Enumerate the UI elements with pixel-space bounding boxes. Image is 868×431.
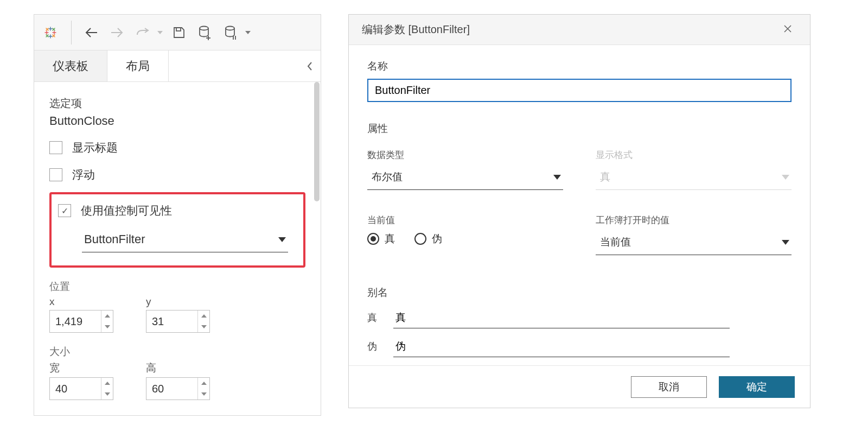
- floating-checkbox[interactable]: [49, 168, 62, 181]
- redo-button[interactable]: [107, 23, 127, 42]
- properties-label: 属性: [367, 122, 792, 136]
- floating-checkbox-row[interactable]: 浮动: [49, 167, 305, 182]
- size-label: 大小: [49, 345, 305, 359]
- scrollbar[interactable]: [314, 82, 320, 415]
- x-label: x: [49, 296, 113, 308]
- position-label: 位置: [49, 280, 305, 294]
- y-input[interactable]: 31: [146, 310, 210, 333]
- layout-panel: 仪表板 布局 选定项 ButtonClose 显示标题 浮动: [34, 14, 321, 416]
- control-visibility-label: 使用值控制可见性: [81, 203, 172, 218]
- cancel-button[interactable]: 取消: [631, 376, 707, 398]
- selected-item-name: ButtonClose: [49, 114, 305, 128]
- revert-dropdown-icon[interactable]: [157, 31, 163, 34]
- w-step-up[interactable]: [101, 378, 113, 389]
- h-value: 60: [146, 378, 197, 400]
- svg-rect-18: [176, 28, 181, 31]
- radio-icon: [414, 233, 426, 245]
- collapse-panel-button[interactable]: [299, 50, 321, 81]
- w-input[interactable]: 40: [49, 377, 113, 400]
- alias-false-input[interactable]: [393, 338, 730, 357]
- show-title-label: 显示标题: [72, 140, 118, 155]
- y-value: 31: [146, 310, 197, 332]
- y-step-down[interactable]: [198, 321, 209, 332]
- alias-true-input[interactable]: [393, 309, 730, 328]
- y-label: y: [146, 296, 210, 308]
- tableau-logo-icon[interactable]: [43, 25, 58, 40]
- pause-datasource-button[interactable]: [221, 23, 241, 42]
- save-button[interactable]: [169, 23, 189, 42]
- dialog-header: 编辑参数 [ButtonFilter]: [349, 15, 810, 45]
- floating-label: 浮动: [72, 167, 95, 182]
- selected-item-label: 选定项: [49, 96, 305, 111]
- w-label: 宽: [49, 361, 113, 375]
- datatype-select[interactable]: 布尔值: [367, 167, 563, 190]
- control-visibility-row[interactable]: 使用值控制可见性: [58, 203, 292, 218]
- h-step-up[interactable]: [198, 378, 209, 389]
- h-input[interactable]: 60: [146, 377, 210, 400]
- open-value-select[interactable]: 当前值: [596, 232, 792, 255]
- datasource-dropdown-icon[interactable]: [245, 31, 251, 34]
- visibility-param-dropdown[interactable]: ButtonFilter: [82, 229, 288, 252]
- name-input[interactable]: [367, 79, 792, 102]
- main-toolbar: [34, 15, 321, 50]
- svg-point-22: [226, 26, 234, 30]
- display-format-select: 真: [596, 167, 792, 190]
- tab-layout[interactable]: 布局: [107, 50, 169, 81]
- h-step-down[interactable]: [198, 389, 209, 400]
- chevron-down-icon: [782, 240, 789, 245]
- chevron-down-icon: [782, 175, 789, 180]
- y-step-up[interactable]: [198, 310, 209, 321]
- visibility-param-value: ButtonFilter: [84, 232, 145, 246]
- scrollbar-thumb[interactable]: [314, 82, 320, 201]
- dialog-close-button[interactable]: [778, 21, 797, 39]
- open-value-label: 工作簿打开时的值: [596, 214, 792, 226]
- control-visibility-highlight: 使用值控制可见性 ButtonFilter: [49, 192, 305, 268]
- new-datasource-button[interactable]: [195, 23, 215, 42]
- show-title-checkbox-row[interactable]: 显示标题: [49, 140, 305, 155]
- current-value-label: 当前值: [367, 214, 563, 226]
- edit-parameter-dialog: 编辑参数 [ButtonFilter] 名称 属性 数据类型 布尔值: [348, 14, 810, 408]
- x-step-down[interactable]: [101, 321, 113, 332]
- radio-true-label: 真: [385, 232, 395, 246]
- radio-icon: [367, 233, 379, 245]
- x-input[interactable]: 1,419: [49, 310, 113, 333]
- current-value-true-radio[interactable]: 真: [367, 232, 395, 246]
- datatype-value: 布尔值: [372, 170, 403, 184]
- alias-true-key: 真: [367, 311, 380, 328]
- alias-label: 别名: [367, 286, 792, 300]
- name-label: 名称: [367, 59, 792, 73]
- revert-button[interactable]: [133, 23, 153, 42]
- undo-button[interactable]: [81, 23, 101, 42]
- svg-point-19: [200, 26, 208, 30]
- w-value: 40: [50, 378, 101, 400]
- w-step-down[interactable]: [101, 389, 113, 400]
- datatype-label: 数据类型: [367, 149, 563, 161]
- alias-false-key: 伪: [367, 340, 380, 357]
- show-title-checkbox[interactable]: [49, 141, 62, 154]
- display-format-value: 真: [600, 170, 610, 184]
- open-value-value: 当前值: [600, 235, 631, 249]
- display-format-label: 显示格式: [596, 149, 792, 161]
- side-tabs: 仪表板 布局: [34, 50, 321, 82]
- chevron-down-icon: [553, 175, 561, 180]
- x-step-up[interactable]: [101, 310, 113, 321]
- current-value-false-radio[interactable]: 伪: [414, 232, 442, 246]
- radio-false-label: 伪: [432, 232, 442, 246]
- x-value: 1,419: [50, 310, 101, 332]
- control-visibility-checkbox[interactable]: [58, 204, 71, 217]
- tab-dashboard[interactable]: 仪表板: [34, 50, 107, 81]
- dialog-title: 编辑参数 [ButtonFilter]: [362, 22, 470, 37]
- h-label: 高: [146, 361, 210, 375]
- ok-button[interactable]: 确定: [719, 376, 795, 398]
- chevron-down-icon: [278, 237, 286, 242]
